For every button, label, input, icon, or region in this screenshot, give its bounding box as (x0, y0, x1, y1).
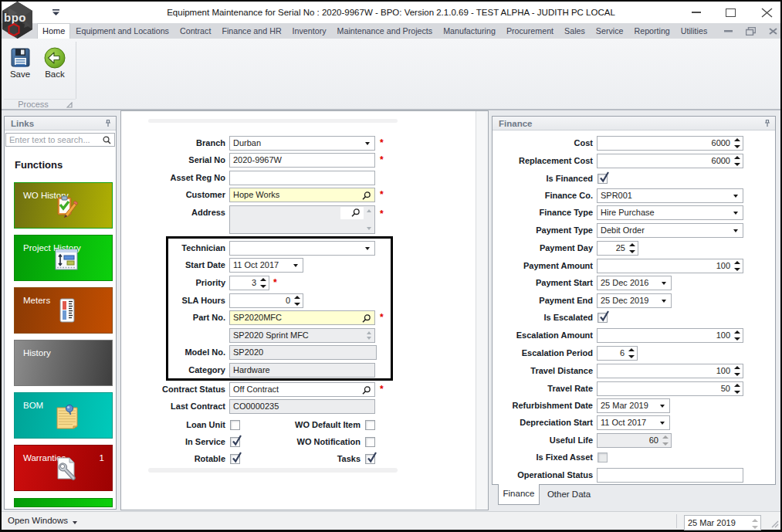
svg-text:bpo: bpo (4, 11, 26, 24)
